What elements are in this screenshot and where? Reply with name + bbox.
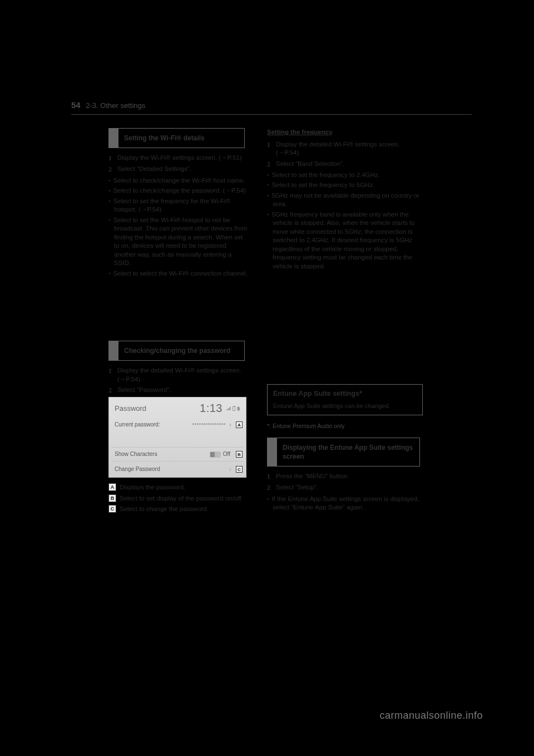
change-password-label: Change Password	[115, 465, 226, 473]
ui-screenshot-password: Password 1:13 ฿ Current password: ******…	[108, 397, 246, 478]
chevron-right-icon: ›	[229, 420, 231, 430]
bullet: Select to set the frequency to 5GHz.	[267, 181, 423, 190]
subsection-title-frequency: Setting the frequency	[267, 128, 333, 137]
step-text: Press the “MENU” button.	[276, 472, 423, 481]
step-text: Select “Setup”.	[276, 483, 423, 492]
step-text: Select “Password”.	[117, 386, 248, 395]
signal-icon	[226, 406, 231, 410]
bullet: Select to set the Wi-Fi® hotspot to not …	[108, 216, 248, 268]
section-path: 2-3. Other settings	[86, 101, 145, 110]
show-characters-label: Show Characters	[115, 450, 210, 458]
step-number: 2	[267, 160, 276, 169]
entune-group-title: Entune App Suite settings*	[273, 389, 417, 399]
section-title-password: Checking/changing the password	[108, 341, 245, 361]
callout-tag-b: B	[236, 451, 243, 458]
section-title-wifi-details: Setting the Wi-Fi® details	[108, 128, 245, 148]
inset-row-current-password[interactable]: Current password: *************** A ›	[109, 417, 246, 433]
callout-tag-c: C	[108, 505, 116, 513]
callout-tag-c: C	[236, 466, 243, 473]
step-text: Display the detailed Wi-Fi® settings scr…	[276, 140, 423, 158]
current-password-value: ***************	[192, 421, 226, 428]
callout-tag-a: A	[236, 421, 243, 428]
bullet: Select to set the frequency to 2.4GHz.	[267, 171, 423, 180]
step-number: 2	[108, 386, 117, 395]
callout-text: Select to change the password.	[120, 505, 248, 514]
info-text: 5GHz may not be available depending on c…	[267, 192, 423, 209]
show-characters-value: Off	[223, 450, 230, 458]
step-text: Select “Detailed Settings”.	[117, 165, 248, 174]
chevron-right-icon: ›	[229, 464, 231, 474]
bullet: Select to check/change the password. (→P…	[108, 186, 248, 195]
step-number: 2	[267, 483, 276, 492]
step-number: 2	[108, 165, 117, 174]
callout-text: Select to set display of the password on…	[120, 494, 248, 503]
entune-footnote: *: Entune Premium Audio only	[267, 422, 423, 430]
callout-tag-a: A	[108, 483, 116, 491]
toggle-icon[interactable]	[210, 451, 221, 458]
step-number: 1	[108, 366, 117, 384]
callout-text: Displays the password.	[120, 483, 248, 492]
bluetooth-icon: ฿	[237, 405, 240, 412]
inset-clock: 1:13	[200, 401, 222, 416]
step-number: 1	[267, 472, 276, 481]
section-title-entune: Displaying the Entune App Suite settings…	[267, 438, 420, 467]
inset-status-icons: ฿	[226, 405, 240, 412]
bullet: If the Entune App Suite settings screen …	[267, 495, 423, 512]
bullet: Select to check/change the Wi-Fi® host n…	[108, 176, 248, 185]
step-number: 1	[108, 154, 117, 163]
info-text: 5GHz frequency band is available only wh…	[267, 210, 423, 271]
bullet: Select to select the Wi-Fi® connection c…	[108, 269, 248, 278]
step-text: Display the detailed Wi-Fi® settings scr…	[117, 366, 248, 384]
header-rule	[71, 114, 472, 115]
current-password-label: Current password:	[115, 421, 192, 429]
inset-row-change-password[interactable]: Change Password › C	[109, 462, 246, 477]
step-text: Display the Wi-Fi® settings screen. (→P.…	[117, 154, 248, 163]
step-number: 1	[267, 140, 276, 158]
callout-tag-b: B	[108, 494, 116, 502]
inset-title: Password	[115, 404, 200, 414]
inset-row-show-characters[interactable]: Show Characters Off B	[109, 448, 246, 461]
watermark: carmanualsonline.info	[379, 710, 483, 721]
entune-group-body: Entune App Suite settings can be changed…	[273, 402, 417, 410]
page-header: 54 2-3. Other settings	[71, 100, 472, 110]
page-number: 54	[71, 100, 81, 110]
battery-icon	[233, 406, 235, 411]
step-text: Select “Band Selection”.	[276, 160, 423, 169]
bullet: Select to set the frequency for the Wi-F…	[108, 197, 248, 214]
